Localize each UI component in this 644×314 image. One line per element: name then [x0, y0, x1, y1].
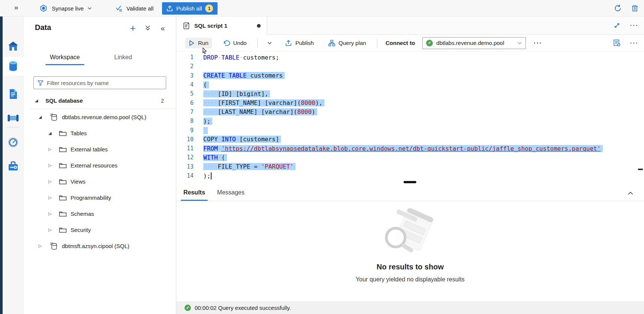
- publish-icon: [167, 5, 173, 12]
- filter-funnel-icon: [38, 80, 44, 86]
- tree-item-label: External tables: [71, 146, 108, 153]
- discard-trash-icon[interactable]: [631, 4, 640, 13]
- folder-icon: [59, 194, 67, 201]
- line-number: 8: [176, 118, 197, 124]
- collapse-results-chevron-icon[interactable]: [626, 189, 635, 198]
- tree-item-label: Tables: [71, 130, 87, 136]
- rail-item-manage[interactable]: [3, 157, 24, 176]
- collapsed-arrow-icon[interactable]: ▷: [48, 211, 54, 216]
- tree-item-programmability[interactable]: ▷Programmability: [24, 190, 176, 206]
- sidebar-tabs: Workspace Linked: [24, 54, 176, 65]
- add-resource-button[interactable]: +: [129, 24, 137, 32]
- collapse-panel-icon[interactable]: «: [159, 24, 167, 32]
- chevron-down-icon: [87, 6, 92, 10]
- tab-workspace[interactable]: Workspace: [45, 54, 85, 65]
- code-line-2[interactable]: 2: [176, 62, 644, 71]
- document-title: SQL script 1: [194, 22, 227, 29]
- code-line-4[interactable]: 4(: [176, 80, 644, 89]
- collapsed-arrow-icon[interactable]: ▷: [48, 227, 54, 232]
- code-line-3[interactable]: 3CREATE·TABLE·customers: [176, 71, 644, 80]
- run-options-chevron-icon[interactable]: [265, 39, 274, 48]
- toolbar-divider: [377, 39, 377, 48]
- code-line-11[interactable]: 11FROM·'https://dbtlabsynapsedatalake.bl…: [176, 144, 644, 153]
- filter-resources-box[interactable]: [33, 76, 166, 89]
- expanded-arrow-icon[interactable]: ◢: [39, 115, 45, 120]
- toolbar-more-icon[interactable]: ···: [533, 39, 542, 48]
- line-number: 3: [176, 72, 197, 79]
- rail-item-home[interactable]: [3, 37, 24, 56]
- tab-messages[interactable]: Messages: [214, 189, 248, 201]
- rail-item-monitor[interactable]: [3, 133, 24, 152]
- tree-item-label: dbtmsft.azsyn.cipool (SQL): [62, 243, 129, 249]
- tabstrip-more-icon[interactable]: ···: [630, 21, 639, 30]
- line-number: 6: [176, 100, 197, 106]
- resource-tree: ◢SQL database2◢dbtlabs.revenue.demo.pool…: [24, 93, 176, 254]
- collapsed-arrow-icon[interactable]: ▷: [48, 179, 54, 184]
- tree-item-sql-database[interactable]: ◢SQL database2: [24, 93, 176, 109]
- top-command-bar: » Synapse live Validate all Publish all …: [0, 0, 644, 16]
- query-plan-button[interactable]: Query plan: [325, 38, 369, 48]
- tree-item-dbtmsft-azsyn-cipool-sql[interactable]: ▷dbtmsft.azsyn.cipool (SQL): [24, 238, 176, 254]
- data-panel: Data + « Workspace Linked ◢SQL database2…: [24, 16, 176, 314]
- editor-toolbar: Run Undo Publish Query plan Connect to ✓…: [176, 35, 644, 51]
- refresh-icon[interactable]: [614, 4, 623, 13]
- publish-doc-icon: [285, 40, 292, 46]
- scrollbar-marker[interactable]: [638, 169, 643, 170]
- no-results-title: No results to show: [176, 263, 644, 271]
- panel-splitter-handle[interactable]: [404, 181, 416, 183]
- tree-item-external-tables[interactable]: ▷External tables: [24, 141, 176, 157]
- code-line-10[interactable]: 10COPY·INTO·[customers]: [176, 135, 644, 144]
- rail-item-develop[interactable]: [3, 85, 24, 104]
- synapse-live-icon: [39, 4, 48, 13]
- rail-item-data[interactable]: [3, 57, 24, 76]
- code-line-6[interactable]: 6····[FIRST_NAME]·[varchar](8000),: [176, 98, 644, 107]
- code-line-8[interactable]: 8);: [176, 117, 644, 126]
- filter-resources-input[interactable]: [47, 80, 162, 86]
- tab-linked[interactable]: Linked: [109, 54, 137, 65]
- connect-to-pool-dropdown[interactable]: ✓ dbtlabs.revenue.demo.pool: [422, 37, 526, 49]
- expand-rail-icon[interactable]: »: [14, 3, 18, 12]
- mode-selector[interactable]: Synapse live: [37, 3, 94, 14]
- tree-item-views[interactable]: ▷Views: [24, 173, 176, 190]
- mode-label: Synapse live: [52, 5, 84, 12]
- expanded-arrow-icon[interactable]: ◢: [35, 98, 41, 103]
- query-plan-icon: [328, 40, 335, 46]
- collapsed-arrow-icon[interactable]: ▷: [48, 195, 54, 200]
- publish-all-label: Publish all: [176, 5, 202, 12]
- publish-count-badge: 1: [205, 4, 213, 12]
- code-line-12[interactable]: 12WITH·(: [176, 153, 644, 162]
- sql-code-editor[interactable]: 1DROP·TABLE·customers;23CREATE·TABLE·cus…: [176, 51, 644, 184]
- code-line-1[interactable]: 1DROP·TABLE·customers;: [176, 53, 644, 62]
- validate-all-button[interactable]: Validate all: [113, 3, 156, 14]
- code-line-13[interactable]: 13····FILE_TYPE·=·'PARQUET': [176, 162, 644, 171]
- tree-item-security[interactable]: ▷Security: [24, 222, 176, 238]
- rail-item-integrate[interactable]: [3, 109, 24, 128]
- collapse-all-icon[interactable]: [144, 24, 152, 32]
- tab-sql-script-1[interactable]: SQL script 1: [177, 16, 267, 35]
- panel-title: Data: [35, 23, 51, 32]
- code-line-9[interactable]: 9: [176, 126, 644, 135]
- code-line-14[interactable]: 14);: [176, 171, 644, 180]
- folder-icon: [59, 211, 67, 217]
- tree-item-external-resources[interactable]: ▷External resources: [24, 157, 176, 173]
- properties-icon[interactable]: [612, 39, 621, 48]
- code-line-7[interactable]: 7····[LAST_NAME]·[varchar](8000): [176, 108, 644, 117]
- tree-item-dbtlabs-revenue-demo-pool-sql[interactable]: ◢dbtlabs.revenue.demo.pool (SQL): [24, 109, 176, 125]
- run-button[interactable]: Run: [185, 38, 212, 48]
- tree-item-tables[interactable]: ◢Tables: [24, 125, 176, 141]
- collapsed-arrow-icon[interactable]: ▷: [48, 147, 54, 152]
- run-play-icon: [189, 40, 195, 46]
- tree-item-schemas[interactable]: ▷Schemas: [24, 206, 176, 222]
- publish-all-button[interactable]: Publish all 1: [162, 2, 218, 15]
- collapsed-arrow-icon[interactable]: ▷: [39, 244, 45, 248]
- expand-editor-icon[interactable]: [612, 21, 621, 30]
- tab-results[interactable]: Results: [180, 189, 209, 201]
- editor-more-icon[interactable]: ···: [630, 39, 639, 48]
- code-line-5[interactable]: 5····[ID]·[bigint],: [176, 89, 644, 98]
- results-empty-state: No results to show Your query yielded no…: [176, 202, 644, 301]
- publish-button[interactable]: Publish: [282, 38, 317, 48]
- tree-item-label: Programmability: [71, 194, 111, 201]
- undo-button[interactable]: Undo: [219, 38, 250, 48]
- collapsed-arrow-icon[interactable]: ▷: [48, 163, 54, 168]
- expanded-arrow-icon[interactable]: ◢: [48, 131, 54, 136]
